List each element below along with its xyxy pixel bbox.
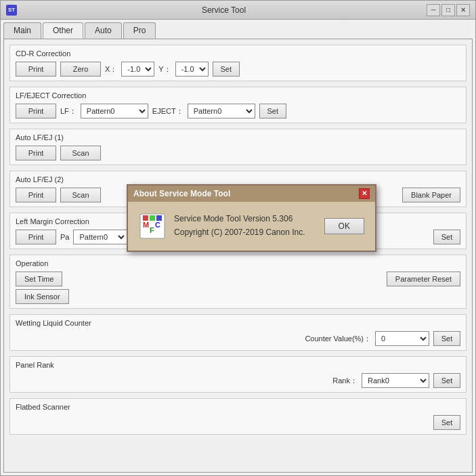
panel-rank-set-button[interactable]: Set	[433, 373, 460, 388]
auto-lfej1-scan-button[interactable]: Scan	[60, 146, 101, 160]
tab-other[interactable]: Other	[43, 22, 83, 39]
operation-row2: Ink Sensor	[16, 289, 460, 304]
window-title: Service Tool	[21, 5, 427, 15]
lf-eject-title: LF/EJECT Correction	[16, 91, 460, 100]
eject-label: EJECT：	[152, 106, 183, 116]
lf-set-button[interactable]: Set	[259, 104, 286, 118]
modal-line2: Copyright (C) 2007-2019 Canon Inc.	[174, 226, 305, 239]
flatbed-scanner-row: Set	[16, 415, 460, 430]
cdr-y-select[interactable]: -1.0 0.0 1.0	[175, 62, 209, 77]
operation-row: Set Time Parameter Reset	[16, 272, 460, 286]
tab-pro[interactable]: Pro	[123, 22, 156, 39]
about-modal: About Service Mode Tool ✕ M F C Service …	[127, 184, 376, 252]
tab-bar: Main Other Auto Pro	[1, 20, 475, 39]
modal-ok-button[interactable]: OK	[324, 218, 364, 234]
svg-text:F: F	[150, 226, 154, 234]
wetting-liquid-title: Wetting Liquid Counter	[16, 319, 460, 327]
auto-lfej1-section: Auto LF/EJ (1) Print Scan	[9, 129, 467, 165]
close-button[interactable]: ✕	[456, 4, 470, 16]
auto-lfej2-title: Auto LF/EJ (2)	[16, 175, 460, 183]
app-icon: ST	[6, 5, 17, 16]
auto-lfej1-print-button[interactable]: Print	[16, 146, 56, 160]
content-area: CD-R Correction Print Zero X： -1.0 0.0 1…	[3, 39, 473, 473]
rank-label: Rank：	[332, 376, 358, 386]
wetting-liquid-row: Counter Value(%)： 0 1 2 3 Set	[16, 331, 460, 346]
parameter-reset-button[interactable]: Parameter Reset	[387, 272, 460, 286]
modal-content: Service Mode Tool Version 5.306 Copyrigh…	[174, 213, 305, 238]
lf-eject-row: Print LF： Pattern0 Pattern1 Pattern2 EJE…	[16, 104, 460, 118]
left-margin-set-button[interactable]: Set	[433, 230, 460, 244]
modal-close-button[interactable]: ✕	[359, 188, 370, 199]
modal-title-bar: About Service Mode Tool ✕	[128, 186, 375, 202]
lf-print-button[interactable]: Print	[16, 104, 56, 118]
modal-line1: Service Mode Tool Version 5.306	[174, 213, 305, 225]
wetting-liquid-section: Wetting Liquid Counter Counter Value(%)：…	[9, 314, 467, 351]
counter-value-select[interactable]: 0 1 2 3	[375, 331, 429, 346]
operation-section: Operation Set Time Parameter Reset Ink S…	[9, 255, 467, 309]
cdr-zero-button[interactable]: Zero	[60, 62, 101, 77]
counter-label: Counter Value(%)：	[305, 334, 371, 344]
left-margin-print-button[interactable]: Print	[16, 230, 56, 244]
left-margin-pattern-label: Pa	[60, 233, 69, 241]
auto-lfej2-print-button[interactable]: Print	[16, 188, 56, 202]
panel-rank-section: Panel Rank Rank： Rank0 Rank1 Rank2 Set	[9, 356, 467, 393]
modal-title: About Service Mode Tool	[133, 189, 230, 198]
cdr-correction-title: CD-R Correction	[16, 49, 460, 58]
maximize-button[interactable]: □	[441, 4, 455, 16]
set-time-button[interactable]: Set Time	[16, 272, 62, 286]
auto-lfej1-row: Print Scan	[16, 146, 460, 160]
cdr-correction-row: Print Zero X： -1.0 0.0 1.0 Y： -1.0 0.0 1…	[16, 62, 460, 77]
svg-rect-6	[156, 215, 162, 221]
cdr-correction-section: CD-R Correction Print Zero X： -1.0 0.0 1…	[9, 45, 467, 81]
flatbed-scanner-title: Flatbed Scanner	[16, 403, 460, 411]
tab-main[interactable]: Main	[3, 22, 41, 39]
cdr-set-button[interactable]: Set	[213, 62, 240, 77]
flatbed-scanner-section: Flatbed Scanner Set	[9, 398, 467, 435]
cdr-y-label: Y：	[158, 64, 171, 74]
cdr-x-label: X：	[105, 64, 117, 74]
panel-rank-title: Panel Rank	[16, 361, 460, 369]
window-controls: ─ □ ✕	[427, 4, 470, 16]
left-margin-pattern-select[interactable]: Pattern0 Pattern1	[73, 230, 127, 244]
cdr-print-button[interactable]: Print	[16, 62, 56, 77]
blank-paper-button[interactable]: Blank Paper	[402, 188, 460, 202]
auto-lfej2-scan-button[interactable]: Scan	[60, 188, 101, 202]
svg-rect-4	[143, 215, 148, 221]
lf-pattern-select[interactable]: Pattern0 Pattern1 Pattern2	[81, 104, 148, 118]
auto-lfej1-title: Auto LF/EJ (1)	[16, 133, 460, 142]
modal-body: M F C Service Mode Tool Version 5.306 Co…	[128, 202, 375, 251]
tab-auto[interactable]: Auto	[85, 22, 122, 39]
ink-sensor-button[interactable]: Ink Sensor	[16, 289, 69, 304]
eject-pattern-select[interactable]: Pattern0 Pattern1 Pattern2	[188, 104, 255, 118]
title-bar: ST Service Tool ─ □ ✕	[1, 1, 475, 20]
lf-label: LF：	[60, 106, 77, 116]
wetting-set-button[interactable]: Set	[433, 331, 460, 346]
rank-select[interactable]: Rank0 Rank1 Rank2	[362, 373, 429, 388]
operation-title: Operation	[16, 259, 460, 267]
lf-eject-section: LF/EJECT Correction Print LF： Pattern0 P…	[9, 87, 467, 123]
minimize-button[interactable]: ─	[427, 4, 440, 16]
panel-rank-row: Rank： Rank0 Rank1 Rank2 Set	[16, 373, 460, 388]
svg-rect-5	[150, 215, 155, 221]
svg-text:C: C	[155, 221, 160, 229]
cdr-x-select[interactable]: -1.0 0.0 1.0	[121, 62, 154, 77]
mfc-icon: M F C	[139, 213, 166, 240]
svg-text:M: M	[143, 221, 149, 229]
flatbed-set-button[interactable]: Set	[433, 415, 460, 430]
